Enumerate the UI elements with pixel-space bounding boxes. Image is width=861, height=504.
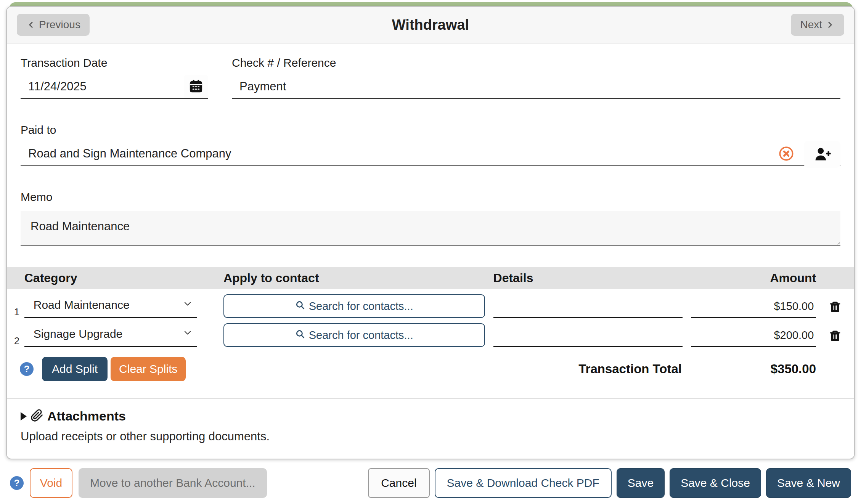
page-title: Withdrawal: [392, 17, 469, 33]
trash-icon: [829, 337, 841, 343]
footer-actions: ? Void Move to another Bank Account... C…: [0, 467, 861, 499]
chevron-left-icon: [26, 20, 36, 30]
attachments-description: Upload receipts or other supporting docu…: [21, 430, 840, 443]
page: Previous Withdrawal Next Transaction Dat…: [0, 0, 861, 504]
save-button[interactable]: Save: [617, 468, 665, 498]
splits-actions-row: ? Add Split Clear Splits Transaction Tot…: [7, 357, 854, 381]
save-new-button[interactable]: Save & New: [766, 468, 851, 498]
transaction-total-value: $350.00: [682, 362, 816, 376]
form-body: Transaction Date: [7, 43, 854, 246]
next-label: Next: [800, 19, 822, 31]
contact-search-input[interactable]: Search for contacts...: [223, 294, 485, 318]
category-select[interactable]: Road Maintenance: [24, 294, 197, 318]
attachments-section: Attachments Upload receipts or other sup…: [7, 398, 854, 459]
search-icon: [295, 329, 305, 342]
footer-help-icon[interactable]: ?: [10, 476, 24, 490]
contact-search-placeholder: Search for contacts...: [309, 329, 413, 342]
amount-input[interactable]: [691, 295, 816, 318]
memo-textarea[interactable]: Road Maintenance: [21, 211, 840, 246]
category-select[interactable]: Signage Upgrade: [24, 323, 197, 347]
chevron-down-icon: [182, 327, 193, 341]
check-reference-label: Check # / Reference: [232, 56, 840, 69]
calendar-button[interactable]: [184, 75, 208, 98]
calendar-icon: [189, 79, 203, 95]
attachments-title: Attachments: [47, 409, 126, 424]
search-icon: [295, 300, 305, 313]
save-close-button[interactable]: Save & Close: [670, 468, 761, 498]
details-column-header: Details: [493, 271, 683, 285]
memo-label: Memo: [21, 191, 840, 204]
delete-row-button[interactable]: [829, 330, 841, 347]
amount-column-header: Amount: [691, 271, 816, 285]
next-button[interactable]: Next: [791, 14, 844, 36]
transaction-date-input[interactable]: [21, 77, 208, 99]
previous-button[interactable]: Previous: [17, 14, 90, 36]
add-split-button[interactable]: Add Split: [42, 357, 108, 381]
disclosure-triangle-icon: [21, 412, 27, 421]
chevron-right-icon: [825, 20, 835, 30]
paid-to-label: Paid to: [21, 124, 840, 136]
details-input[interactable]: [493, 324, 683, 347]
amount-input[interactable]: [691, 324, 816, 347]
add-contact-button[interactable]: [804, 141, 840, 168]
paperclip-icon: [31, 409, 43, 424]
category-column-header: Category: [24, 271, 197, 285]
details-input[interactable]: [493, 295, 683, 318]
contact-search-placeholder: Search for contacts...: [309, 300, 413, 313]
contact-search-input[interactable]: Search for contacts...: [223, 323, 485, 347]
splits-header-row: Category Apply to contact Details Amount: [7, 267, 854, 289]
withdrawal-modal: Previous Withdrawal Next Transaction Dat…: [6, 6, 855, 459]
cancel-button[interactable]: Cancel: [368, 468, 429, 498]
attachments-toggle[interactable]: Attachments: [21, 409, 840, 424]
split-row: 1 Road Maintenance Search for cont: [7, 294, 854, 318]
save-download-pdf-button[interactable]: Save & Download Check PDF: [435, 468, 612, 498]
row-number: 1: [9, 306, 24, 318]
chevron-down-icon: [182, 299, 193, 312]
splits-table: Category Apply to contact Details Amount…: [7, 267, 854, 381]
transaction-date-label: Transaction Date: [21, 56, 208, 69]
split-row: 2 Signage Upgrade Search for conta: [7, 323, 854, 347]
person-plus-icon: [813, 146, 831, 164]
delete-row-button[interactable]: [829, 301, 841, 318]
row-number: 2: [9, 335, 24, 347]
clear-splits-button[interactable]: Clear Splits: [111, 357, 186, 381]
paid-to-input[interactable]: [21, 144, 840, 166]
contact-column-header: Apply to contact: [223, 271, 485, 285]
check-reference-input[interactable]: [232, 77, 840, 99]
void-button[interactable]: Void: [30, 468, 72, 498]
category-value: Road Maintenance: [34, 299, 130, 311]
modal-header: Previous Withdrawal Next: [7, 7, 854, 43]
splits-help-icon[interactable]: ?: [20, 362, 34, 376]
circle-x-icon: [778, 146, 794, 163]
trash-icon: [829, 308, 841, 314]
move-bank-account-button[interactable]: Move to another Bank Account...: [79, 468, 267, 498]
transaction-total-label: Transaction Total: [578, 362, 682, 376]
category-value: Signage Upgrade: [34, 327, 123, 340]
clear-contact-button[interactable]: [777, 145, 795, 163]
previous-label: Previous: [39, 19, 80, 31]
